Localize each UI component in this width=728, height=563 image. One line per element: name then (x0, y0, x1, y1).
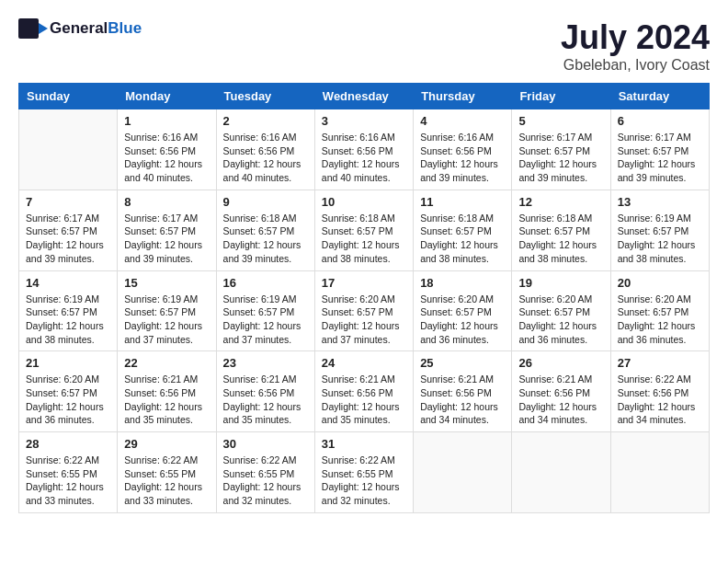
day-number: 18 (420, 276, 505, 290)
day-info: Sunrise: 6:16 AMSunset: 6:56 PMDaylight:… (124, 131, 209, 185)
day-info: Sunrise: 6:20 AMSunset: 6:57 PMDaylight:… (618, 293, 702, 347)
logo-general: General (50, 19, 108, 37)
calendar-cell: 6Sunrise: 6:17 AMSunset: 6:57 PMDaylight… (610, 109, 709, 190)
calendar-header-monday: Monday (118, 84, 216, 109)
day-number: 3 (322, 114, 406, 128)
calendar-cell: 3Sunrise: 6:16 AMSunset: 6:56 PMDaylight… (314, 109, 413, 190)
day-info: Sunrise: 6:16 AMSunset: 6:56 PMDaylight:… (322, 131, 406, 185)
day-number: 31 (322, 437, 406, 451)
week-row-4: 21Sunrise: 6:20 AMSunset: 6:57 PMDayligh… (19, 351, 710, 432)
calendar-cell: 22Sunrise: 6:21 AMSunset: 6:56 PMDayligh… (118, 351, 216, 432)
calendar-header-friday: Friday (512, 84, 610, 109)
calendar-cell: 19Sunrise: 6:20 AMSunset: 6:57 PMDayligh… (512, 270, 610, 351)
calendar-cell: 29Sunrise: 6:22 AMSunset: 6:55 PMDayligh… (118, 432, 216, 513)
day-number: 28 (26, 437, 110, 451)
day-info: Sunrise: 6:22 AMSunset: 6:55 PMDaylight:… (223, 454, 308, 508)
day-info: Sunrise: 6:20 AMSunset: 6:57 PMDaylight:… (420, 293, 505, 347)
day-number: 4 (420, 114, 505, 128)
day-info: Sunrise: 6:17 AMSunset: 6:57 PMDaylight:… (26, 212, 110, 266)
day-info: Sunrise: 6:20 AMSunset: 6:57 PMDaylight:… (322, 293, 406, 347)
day-number: 1 (124, 114, 209, 128)
day-info: Sunrise: 6:20 AMSunset: 6:57 PMDaylight:… (518, 293, 603, 347)
day-number: 25 (420, 356, 505, 370)
day-info: Sunrise: 6:22 AMSunset: 6:55 PMDaylight:… (322, 454, 406, 508)
calendar-cell: 25Sunrise: 6:21 AMSunset: 6:56 PMDayligh… (414, 351, 512, 432)
day-number: 13 (618, 195, 702, 209)
day-number: 24 (322, 356, 406, 370)
day-info: Sunrise: 6:17 AMSunset: 6:57 PMDaylight:… (618, 131, 702, 185)
calendar-cell: 4Sunrise: 6:16 AMSunset: 6:56 PMDaylight… (414, 109, 512, 190)
calendar-cell: 28Sunrise: 6:22 AMSunset: 6:55 PMDayligh… (19, 432, 118, 513)
day-info: Sunrise: 6:21 AMSunset: 6:56 PMDaylight:… (322, 373, 406, 427)
day-info: Sunrise: 6:22 AMSunset: 6:55 PMDaylight:… (124, 454, 209, 508)
day-number: 7 (26, 195, 110, 209)
calendar-cell: 31Sunrise: 6:22 AMSunset: 6:55 PMDayligh… (314, 432, 413, 513)
calendar-cell: 26Sunrise: 6:21 AMSunset: 6:56 PMDayligh… (512, 351, 610, 432)
calendar-cell: 5Sunrise: 6:17 AMSunset: 6:57 PMDaylight… (512, 109, 610, 190)
calendar-cell: 27Sunrise: 6:22 AMSunset: 6:56 PMDayligh… (610, 351, 709, 432)
day-number: 8 (124, 195, 209, 209)
calendar-cell (512, 432, 610, 513)
day-number: 29 (124, 437, 209, 451)
day-number: 26 (518, 356, 603, 370)
calendar-cell: 15Sunrise: 6:19 AMSunset: 6:57 PMDayligh… (118, 270, 216, 351)
calendar-cell (414, 432, 512, 513)
calendar-cell: 2Sunrise: 6:16 AMSunset: 6:56 PMDaylight… (216, 109, 314, 190)
day-number: 5 (518, 114, 603, 128)
day-number: 21 (26, 356, 110, 370)
location-title: Gbeleban, Ivory Coast (561, 57, 710, 74)
calendar: SundayMondayTuesdayWednesdayThursdayFrid… (18, 83, 710, 513)
day-number: 11 (420, 195, 505, 209)
day-info: Sunrise: 6:19 AMSunset: 6:57 PMDaylight:… (223, 293, 308, 347)
day-info: Sunrise: 6:22 AMSunset: 6:55 PMDaylight:… (26, 454, 110, 508)
logo: GeneralBlue (18, 18, 142, 39)
day-number: 6 (618, 114, 702, 128)
day-number: 20 (618, 276, 702, 290)
day-number: 22 (124, 356, 209, 370)
day-info: Sunrise: 6:17 AMSunset: 6:57 PMDaylight:… (518, 131, 603, 185)
day-info: Sunrise: 6:21 AMSunset: 6:56 PMDaylight:… (223, 373, 308, 427)
day-info: Sunrise: 6:19 AMSunset: 6:57 PMDaylight:… (26, 293, 110, 347)
day-info: Sunrise: 6:18 AMSunset: 6:57 PMDaylight:… (223, 212, 308, 266)
calendar-cell: 12Sunrise: 6:18 AMSunset: 6:57 PMDayligh… (512, 190, 610, 270)
logo-icon (18, 18, 48, 39)
title-section: July 2024 Gbeleban, Ivory Coast (561, 18, 710, 74)
calendar-cell: 14Sunrise: 6:19 AMSunset: 6:57 PMDayligh… (19, 270, 118, 351)
week-row-3: 14Sunrise: 6:19 AMSunset: 6:57 PMDayligh… (19, 270, 710, 351)
day-number: 15 (124, 276, 209, 290)
day-number: 30 (223, 437, 308, 451)
day-info: Sunrise: 6:16 AMSunset: 6:56 PMDaylight:… (420, 131, 505, 185)
calendar-cell: 11Sunrise: 6:18 AMSunset: 6:57 PMDayligh… (414, 190, 512, 270)
day-number: 10 (322, 195, 406, 209)
day-number: 9 (223, 195, 308, 209)
day-info: Sunrise: 6:21 AMSunset: 6:56 PMDaylight:… (518, 373, 603, 427)
calendar-header-wednesday: Wednesday (314, 84, 413, 109)
calendar-cell: 7Sunrise: 6:17 AMSunset: 6:57 PMDaylight… (19, 190, 118, 270)
calendar-cell: 30Sunrise: 6:22 AMSunset: 6:55 PMDayligh… (216, 432, 314, 513)
logo-blue: Blue (108, 19, 142, 37)
day-number: 19 (518, 276, 603, 290)
day-number: 23 (223, 356, 308, 370)
day-info: Sunrise: 6:18 AMSunset: 6:57 PMDaylight:… (322, 212, 406, 266)
day-number: 27 (618, 356, 702, 370)
day-info: Sunrise: 6:19 AMSunset: 6:57 PMDaylight:… (124, 293, 209, 347)
day-info: Sunrise: 6:16 AMSunset: 6:56 PMDaylight:… (223, 131, 308, 185)
calendar-cell: 16Sunrise: 6:19 AMSunset: 6:57 PMDayligh… (216, 270, 314, 351)
calendar-cell: 1Sunrise: 6:16 AMSunset: 6:56 PMDaylight… (118, 109, 216, 190)
day-number: 16 (223, 276, 308, 290)
day-number: 12 (518, 195, 603, 209)
week-row-5: 28Sunrise: 6:22 AMSunset: 6:55 PMDayligh… (19, 432, 710, 513)
calendar-cell: 18Sunrise: 6:20 AMSunset: 6:57 PMDayligh… (414, 270, 512, 351)
day-number: 17 (322, 276, 406, 290)
day-info: Sunrise: 6:21 AMSunset: 6:56 PMDaylight:… (420, 373, 505, 427)
day-info: Sunrise: 6:22 AMSunset: 6:56 PMDaylight:… (618, 373, 702, 427)
day-info: Sunrise: 6:18 AMSunset: 6:57 PMDaylight:… (518, 212, 603, 266)
calendar-cell: 13Sunrise: 6:19 AMSunset: 6:57 PMDayligh… (610, 190, 709, 270)
calendar-cell: 17Sunrise: 6:20 AMSunset: 6:57 PMDayligh… (314, 270, 413, 351)
calendar-header-sunday: Sunday (19, 84, 118, 109)
calendar-header-saturday: Saturday (610, 84, 709, 109)
svg-rect-0 (18, 18, 39, 39)
calendar-cell: 20Sunrise: 6:20 AMSunset: 6:57 PMDayligh… (610, 270, 709, 351)
calendar-cell: 24Sunrise: 6:21 AMSunset: 6:56 PMDayligh… (314, 351, 413, 432)
day-info: Sunrise: 6:17 AMSunset: 6:57 PMDaylight:… (124, 212, 209, 266)
